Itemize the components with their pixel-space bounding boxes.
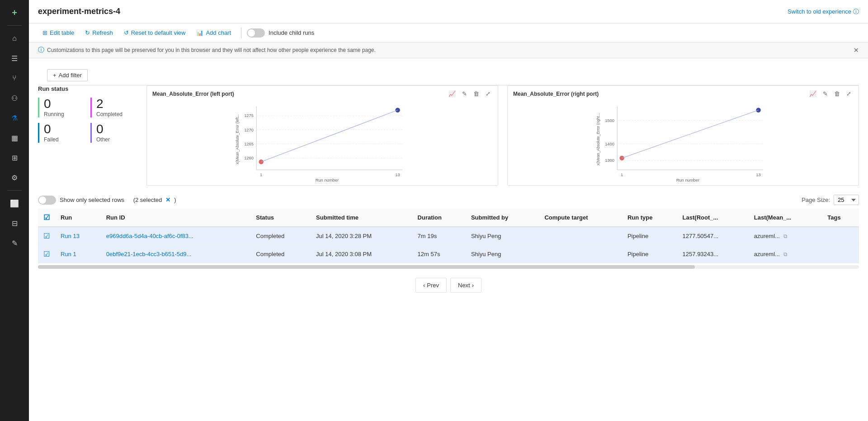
status-grid: 0 Running 2 Completed 0 Failed 0 Other [38,98,137,143]
th-submitted-time[interactable]: Submitted time [311,209,412,227]
svg-text:x(Mean_Absolute_Error (left...: x(Mean_Absolute_Error (left... [235,114,240,164]
chart-right-delete-icon[interactable]: 🗑 [832,89,842,98]
th-run-type[interactable]: Run type [622,209,677,227]
clear-selected-button[interactable]: ✕ [165,196,170,203]
run-id-13-link[interactable]: e969dd6a-5d4a-40cb-af6c-0f83... [106,233,193,239]
td-duration-13: 7m 19s [412,227,466,245]
svg-text:x(Mean_Absolute_Error (right..: x(Mean_Absolute_Error (right... [596,113,600,165]
svg-line-31 [622,110,759,158]
run-status-card: Run status 0 Running 2 Completed 0 Faile… [38,85,137,143]
th-duration[interactable]: Duration [412,209,466,227]
failed-label: Failed [44,136,85,143]
page-title: experiment-metrics-4 [38,7,120,16]
info-bar-close-button[interactable]: ✕ [854,47,859,54]
switch-experience-link[interactable]: Switch to old experience ⓘ [788,8,859,16]
status-failed: 0 Failed [38,123,85,143]
chart-right-edit-icon[interactable]: ✎ [821,89,830,98]
th-select-all[interactable]: ☑ [38,209,55,227]
stats-charts-row: Run status 0 Running 2 Completed 0 Faile… [38,85,859,186]
include-child-toggle-container: Include child runs [247,28,314,37]
run-1-link[interactable]: Run 1 [61,251,76,257]
gear-icon[interactable]: ⚙ [5,168,24,187]
selected-count: (2 selected [133,196,162,203]
run-id-1-link[interactable]: 0ebf9e21-1ecb-4cc3-b651-5d9... [106,251,192,257]
info-message: Customizations to this page will be pres… [47,47,376,53]
td-submitted-time-13: Jul 14, 2020 3:28 PM [311,227,412,245]
charts-area: Mean_Absolute_Error (left port) 📈 ✎ 🗑 ⤢ [146,85,859,186]
chart-left-edit-icon[interactable]: ✎ [460,89,469,98]
th-run-id[interactable]: Run ID [101,209,251,227]
sidebar: + ⌂ ☰ ⑂ ⚇ ⚗ ▦ ⊞ ⚙ ⬜ ⊟ ✎ [0,0,29,421]
chart-right-title: Mean_Absolute_Error (right port) [513,91,599,97]
notes-icon[interactable]: ☰ [5,49,24,67]
include-child-toggle[interactable] [247,28,265,37]
th-compute-target[interactable]: Compute target [539,209,622,227]
td-submitted-time-1: Jul 14, 2020 3:08 PM [311,245,412,263]
chart-left-body: 1275 1270 1265 1260 1 13 Run number x(Me… [147,102,498,185]
th-last-mean[interactable]: Last(Mean_... [749,209,822,227]
svg-point-30 [756,108,760,112]
add-filter-button[interactable]: + Add filter [47,69,88,81]
th-submitted-by[interactable]: Submitted by [466,209,539,227]
edit-table-button[interactable]: ⊞ Edit table [38,27,79,38]
reset-icon: ↺ [124,29,129,36]
td-run-type-1: Pipeline [622,245,677,263]
chart-left-line-icon[interactable]: 📈 [447,89,458,98]
svg-text:1270: 1270 [244,128,254,132]
table-container: ☑ Run Run ID Status Submitted time Durat… [38,209,859,263]
failed-count: 0 [44,123,85,136]
copy-icon-1[interactable]: ⧉ [783,251,788,257]
chart-left-svg: 1275 1270 1265 1260 1 13 Run number x(Me… [151,102,494,182]
edit-icon[interactable]: ✎ [5,234,24,252]
content-area: + Add filter Run status 0 Running 2 Comp… [29,58,868,421]
home-icon[interactable]: ⌂ [5,29,24,47]
add-chart-button[interactable]: 📊 Add chart [192,27,236,38]
chart-right-expand-icon[interactable]: ⤢ [844,89,853,98]
people-icon[interactable]: ⚇ [5,89,24,107]
th-status[interactable]: Status [250,209,311,227]
table-header-row: ☑ Run Run ID Status Submitted time Durat… [38,209,859,227]
database-icon[interactable]: ⊟ [5,214,24,232]
svg-text:1: 1 [260,173,262,177]
reset-view-label: Reset to default view [131,29,186,36]
branch-icon[interactable]: ⑂ [5,69,24,87]
flask-icon[interactable]: ⚗ [5,109,24,127]
chart-right-port: Mean_Absolute_Error (right port) 📈 ✎ 🗑 ⤢ [507,85,859,186]
refresh-label: Refresh [92,29,113,36]
chart-right-line-icon[interactable]: 📈 [807,89,818,98]
refresh-button[interactable]: ↻ Refresh [80,27,118,38]
td-select-run13[interactable]: ☑ [38,227,55,245]
scrollbar-thumb[interactable] [38,265,695,269]
run-13-link[interactable]: Run 13 [61,233,80,239]
th-last-root[interactable]: Last(Root_... [677,209,749,227]
next-button[interactable]: Next › [450,278,481,293]
toolbar: ⊞ Edit table ↻ Refresh ↺ Reset to defaul… [29,23,868,42]
svg-text:13: 13 [756,173,760,177]
table-horizontal-scrollbar[interactable] [38,265,859,269]
svg-text:Run number: Run number [676,178,700,182]
td-run-type-13: Pipeline [622,227,677,245]
add-filter-label: Add filter [59,72,82,79]
monitor-icon[interactable]: ⬜ [5,194,24,212]
plus-icon[interactable]: + [5,4,24,22]
info-icon: ⓘ [38,46,44,54]
completed-label: Completed [96,111,137,117]
page-size-select[interactable]: 25 10 50 100 [834,195,859,205]
td-last-root-1: 1257.93243... [677,245,749,263]
prev-button[interactable]: ‹ Prev [415,278,447,293]
info-bar: ⓘ Customizations to this page will be pr… [29,42,868,58]
chart-left-delete-icon[interactable]: 🗑 [472,89,481,98]
prev-label: Prev [427,282,439,289]
td-select-run1[interactable]: ☑ [38,245,55,263]
th-tags[interactable]: Tags [822,209,859,227]
dashboard-icon[interactable]: ▦ [5,129,24,147]
copy-icon-13[interactable]: ⧉ [783,233,788,239]
topbar: experiment-metrics-4 Switch to old exper… [29,0,868,23]
chart-left-expand-icon[interactable]: ⤢ [484,89,492,98]
pipeline-icon[interactable]: ⊞ [5,149,24,167]
td-submitted-by-13: Shiyu Peng [466,227,539,245]
reset-view-button[interactable]: ↺ Reset to default view [119,27,190,38]
th-run[interactable]: Run [55,209,101,227]
show-selected-toggle[interactable] [38,196,56,205]
show-selected-label: Show only selected rows [60,196,124,203]
